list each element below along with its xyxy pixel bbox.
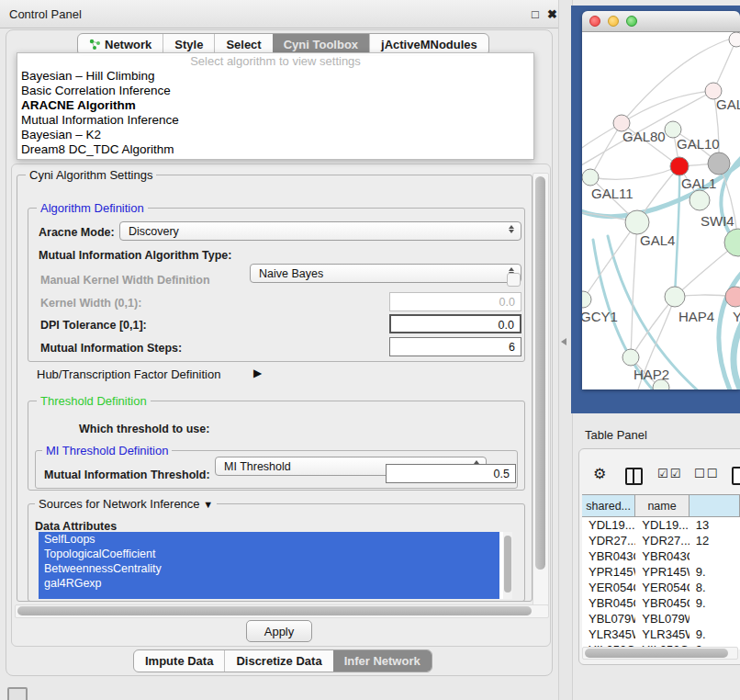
algorithm-definition-title: Algorithm Definition [37, 201, 148, 215]
column-header[interactable]: name [635, 495, 689, 516]
table-cell [690, 611, 740, 627]
algorithm-option[interactable]: Bayesian – K2 [17, 128, 533, 142]
data-attributes-list[interactable]: SelfLoopsTopologicalCoefficientBetweenne… [39, 532, 512, 599]
data-attribute-item[interactable]: SelfLoops [39, 532, 499, 547]
network-node[interactable] [670, 157, 689, 175]
table-row[interactable]: YER054CYER054C8. [582, 580, 740, 595]
network-edge[interactable] [631, 297, 675, 357]
algorithm-option[interactable]: Basic Correlation Inference [17, 84, 533, 98]
mi-steps-label: Mutual Information Steps: [40, 342, 182, 355]
network-node-label: GCY1 [582, 309, 618, 324]
network-node[interactable] [622, 349, 639, 366]
split-columns-icon[interactable] [625, 468, 643, 485]
network-node[interactable] [582, 291, 591, 308]
expand-arrow-icon[interactable]: ▶ [253, 367, 262, 379]
table-row[interactable]: YBR043CYBR043C [582, 548, 740, 564]
zoom-traffic-light-icon[interactable] [626, 16, 637, 27]
which-threshold-label: Which threshold to use: [79, 423, 209, 435]
tab-infer-network[interactable]: Infer Network [333, 650, 432, 672]
column-header[interactable] [690, 495, 740, 516]
mi-threshold-input[interactable]: 0.5 [386, 464, 516, 483]
network-node[interactable] [725, 287, 740, 307]
table-row[interactable]: YBR045CYBR045C9. [582, 595, 740, 611]
column-header[interactable]: shared... [582, 495, 635, 516]
network-node[interactable] [582, 169, 599, 186]
table-row[interactable]: YDL19...YDL19...13 [582, 517, 740, 533]
network-edge[interactable] [631, 222, 637, 357]
kernel-width-input[interactable]: 0.0 [389, 292, 521, 311]
settings-horizontal-scrollbar[interactable] [15, 604, 549, 618]
collapse-divider-icon[interactable] [561, 338, 566, 345]
table-row[interactable]: YBL079WYBL079W [582, 611, 740, 627]
manual-kernel-checkbox[interactable] [507, 273, 521, 287]
close-traffic-light-icon[interactable] [589, 16, 600, 27]
table-cell: 8. [690, 580, 740, 595]
table-cell: YBR043C [582, 548, 635, 564]
data-attribute-item[interactable]: gal4RGexp [39, 576, 499, 591]
collapsed-panel-icon[interactable] [7, 687, 28, 700]
dpi-tolerance-input[interactable]: 0.0 [389, 314, 521, 333]
table-cell: YBR043C [635, 548, 689, 564]
table-row[interactable]: YLR345WYLR345W9. [582, 627, 740, 642]
table-header-row: shared...name [582, 494, 740, 517]
application-root: Control Panel □ ✖ Network Style Select C… [0, 0, 740, 700]
threshold-definition-title: Threshold Definition [37, 394, 151, 408]
table-cell: YER054C [635, 580, 689, 595]
float-window-icon[interactable]: □ [532, 7, 539, 21]
network-node[interactable] [665, 287, 685, 307]
network-node[interactable] [690, 190, 710, 210]
unchecked-boxes-icon[interactable]: ☐☐ [694, 467, 719, 480]
algorithm-dropdown: Select algorithm to view settings Bayesi… [17, 52, 534, 160]
minimize-traffic-light-icon[interactable] [608, 16, 619, 27]
data-attribute-item[interactable]: BetweennessCentrality [39, 561, 499, 576]
data-attributes-label: Data Attributes [35, 520, 117, 533]
network-node[interactable] [708, 152, 730, 175]
table-row[interactable]: YPR145WYPR145W9. [582, 564, 740, 580]
collapse-arrow-icon[interactable]: ▼ [203, 499, 213, 510]
table-cell: 9. [690, 627, 740, 642]
kernel-width-label: Kernel Width (0,1): [40, 297, 141, 310]
mi-type-select[interactable]: Naive Bayes [250, 264, 521, 283]
gear-icon[interactable]: ⚙ [593, 465, 606, 482]
network-edge[interactable] [675, 170, 679, 297]
algorithm-option[interactable]: Dream8 DC_TDC Algorithm [17, 142, 533, 157]
network-edge[interactable] [590, 166, 679, 179]
tab-discretize-data[interactable]: Discretize Data [224, 650, 332, 672]
node-table: shared...name YDL19...YDL19...13YDR27...… [582, 494, 740, 649]
table-cell: 9. [690, 595, 740, 611]
aracne-mode-select[interactable]: Discovery [119, 221, 521, 241]
algorithm-option[interactable]: ARACNE Algorithm [17, 98, 533, 113]
network-canvas[interactable]: GALGAL80GAL10GAL1GAL11GAL4SWI4GCY1HAP4YH… [582, 32, 740, 390]
page-icon[interactable] [732, 467, 740, 485]
close-icon[interactable]: ✖ [547, 7, 557, 21]
mi-threshold-title: MI Threshold Definition [42, 444, 172, 457]
cyni-mode-tabs: Impute Data Discretize Data Infer Networ… [133, 649, 432, 672]
table-cell: 13 [690, 517, 740, 533]
table-row[interactable]: YDR27...YDR27...12 [582, 533, 740, 548]
table-cell: YLR345W [635, 627, 689, 642]
dropdown-prompt: Select algorithm to view settings [17, 53, 533, 69]
mi-steps-input[interactable]: 6 [389, 337, 521, 356]
network-node-label: HAP4 [678, 309, 714, 324]
tab-impute-data[interactable]: Impute Data [134, 650, 224, 672]
data-attribute-item[interactable]: TopologicalCoefficient [39, 547, 499, 561]
algorithm-option[interactable]: Bayesian – Hill Climbing [17, 69, 533, 84]
data-attribute-item[interactable] [39, 591, 499, 599]
table-cell: YBR045C [582, 595, 635, 611]
algorithm-option[interactable]: Mutual Information Inference [17, 113, 533, 128]
network-node[interactable] [625, 210, 649, 234]
sources-title: Sources for Network Inference ▼ [35, 497, 217, 511]
spinner-arrows-icon [509, 225, 514, 233]
attributes-scrollbar[interactable] [503, 532, 512, 599]
network-node[interactable] [729, 32, 740, 47]
table-cell: 12 [690, 533, 740, 548]
network-node-label: HAP2 [633, 367, 669, 382]
table-horizontal-scrollbar[interactable] [582, 647, 738, 660]
checked-boxes-icon[interactable]: ☑☑ [657, 467, 682, 480]
apply-button[interactable]: Apply [246, 620, 312, 642]
network-tab-icon [89, 39, 101, 51]
network-edge[interactable] [583, 222, 637, 299]
settings-vertical-scrollbar[interactable] [533, 173, 549, 606]
tab-network-label: Network [105, 38, 151, 51]
table-cell: YDL19... [582, 517, 635, 533]
